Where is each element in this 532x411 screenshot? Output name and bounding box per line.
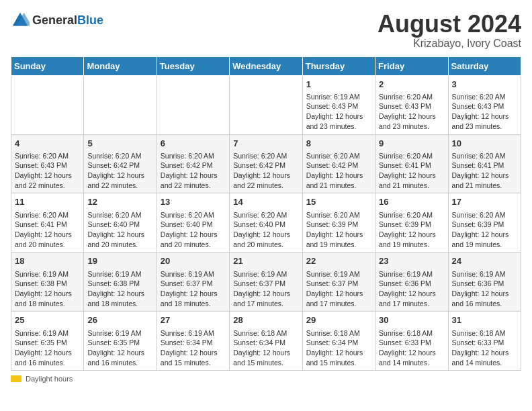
day-number: 19: [87, 255, 152, 267]
day-number: 31: [452, 314, 517, 326]
calendar-header-wednesday: Wednesday: [230, 56, 302, 75]
calendar-week-row: 18Sunrise: 6:19 AMSunset: 6:38 PMDayligh…: [11, 253, 521, 312]
calendar-cell: 8Sunrise: 6:20 AMSunset: 6:42 PMDaylight…: [302, 134, 375, 193]
day-number: 10: [452, 138, 517, 150]
logo-blue-text: Blue: [77, 14, 103, 26]
day-info: Sunrise: 6:20 AMSunset: 6:39 PMDaylight:…: [379, 210, 444, 250]
day-info: Sunrise: 6:19 AMSunset: 6:37 PMDaylight:…: [233, 269, 298, 309]
day-number: 17: [452, 196, 517, 208]
day-number: 7: [233, 138, 298, 150]
day-info: Sunrise: 6:18 AMSunset: 6:33 PMDaylight:…: [379, 328, 444, 368]
day-number: 21: [233, 255, 298, 267]
day-info: Sunrise: 6:20 AMSunset: 6:39 PMDaylight:…: [306, 210, 371, 250]
day-number: 20: [161, 255, 226, 267]
page-subtitle: Krizabayo, Ivory Coast: [378, 38, 521, 50]
calendar-header-friday: Friday: [375, 56, 448, 75]
calendar-cell: 26Sunrise: 6:19 AMSunset: 6:35 PMDayligh…: [84, 312, 157, 371]
daylight-bar-icon: [11, 375, 21, 382]
calendar-header-saturday: Saturday: [448, 56, 521, 75]
calendar-cell: [11, 75, 84, 134]
calendar-cell: 2Sunrise: 6:20 AMSunset: 6:43 PMDaylight…: [375, 75, 448, 134]
day-number: 16: [379, 196, 444, 208]
day-number: 22: [306, 255, 371, 267]
day-number: 1: [306, 79, 371, 91]
calendar-cell: 24Sunrise: 6:19 AMSunset: 6:36 PMDayligh…: [448, 253, 521, 312]
day-info: Sunrise: 6:20 AMSunset: 6:41 PMDaylight:…: [15, 210, 80, 250]
calendar-cell: 29Sunrise: 6:18 AMSunset: 6:34 PMDayligh…: [302, 312, 375, 371]
day-info: Sunrise: 6:20 AMSunset: 6:43 PMDaylight:…: [452, 92, 517, 132]
calendar-cell: 21Sunrise: 6:19 AMSunset: 6:37 PMDayligh…: [230, 253, 302, 312]
calendar-header-tuesday: Tuesday: [157, 56, 229, 75]
calendar-cell: 14Sunrise: 6:20 AMSunset: 6:40 PMDayligh…: [230, 193, 302, 253]
calendar-cell: 27Sunrise: 6:19 AMSunset: 6:34 PMDayligh…: [157, 312, 229, 371]
day-number: 26: [87, 314, 152, 326]
calendar-week-row: 25Sunrise: 6:19 AMSunset: 6:35 PMDayligh…: [11, 312, 521, 371]
calendar-cell: 23Sunrise: 6:19 AMSunset: 6:36 PMDayligh…: [375, 253, 448, 312]
day-info: Sunrise: 6:19 AMSunset: 6:37 PMDaylight:…: [306, 269, 371, 309]
day-number: 2: [379, 79, 444, 91]
calendar-header-thursday: Thursday: [302, 56, 375, 75]
calendar-header-row: SundayMondayTuesdayWednesdayThursdayFrid…: [11, 56, 521, 75]
day-number: 6: [161, 138, 226, 150]
day-info: Sunrise: 6:19 AMSunset: 6:43 PMDaylight:…: [306, 92, 371, 132]
calendar-cell: 1Sunrise: 6:19 AMSunset: 6:43 PMDaylight…: [302, 75, 375, 134]
calendar-cell: 25Sunrise: 6:19 AMSunset: 6:35 PMDayligh…: [11, 312, 84, 371]
calendar-header-sunday: Sunday: [11, 56, 84, 75]
day-info: Sunrise: 6:20 AMSunset: 6:43 PMDaylight:…: [15, 151, 80, 191]
day-info: Sunrise: 6:20 AMSunset: 6:42 PMDaylight:…: [306, 151, 371, 191]
calendar-week-row: 4Sunrise: 6:20 AMSunset: 6:43 PMDaylight…: [11, 134, 521, 193]
day-number: 3: [452, 79, 517, 91]
calendar-cell: 17Sunrise: 6:20 AMSunset: 6:39 PMDayligh…: [448, 193, 521, 253]
page-header: General Blue August 2024 Krizabayo, Ivor…: [11, 11, 521, 50]
day-info: Sunrise: 6:18 AMSunset: 6:34 PMDaylight:…: [233, 328, 298, 368]
day-number: 4: [15, 138, 80, 150]
day-info: Sunrise: 6:19 AMSunset: 6:38 PMDaylight:…: [87, 269, 152, 309]
calendar-cell: 7Sunrise: 6:20 AMSunset: 6:42 PMDaylight…: [230, 134, 302, 193]
calendar-cell: 12Sunrise: 6:20 AMSunset: 6:40 PMDayligh…: [84, 193, 157, 253]
calendar-table: SundayMondayTuesdayWednesdayThursdayFrid…: [11, 56, 521, 371]
calendar-cell: 31Sunrise: 6:18 AMSunset: 6:33 PMDayligh…: [448, 312, 521, 371]
calendar-week-row: 11Sunrise: 6:20 AMSunset: 6:41 PMDayligh…: [11, 193, 521, 253]
day-info: Sunrise: 6:19 AMSunset: 6:35 PMDaylight:…: [15, 328, 80, 368]
calendar-cell: 22Sunrise: 6:19 AMSunset: 6:37 PMDayligh…: [302, 253, 375, 312]
day-info: Sunrise: 6:20 AMSunset: 6:41 PMDaylight:…: [452, 151, 517, 191]
day-info: Sunrise: 6:20 AMSunset: 6:41 PMDaylight:…: [379, 151, 444, 191]
calendar-header-monday: Monday: [84, 56, 157, 75]
day-info: Sunrise: 6:19 AMSunset: 6:34 PMDaylight:…: [161, 328, 226, 368]
day-number: 28: [233, 314, 298, 326]
logo-icon: [11, 11, 30, 30]
title-section: August 2024 Krizabayo, Ivory Coast: [378, 11, 521, 50]
footer-note: Daylight hours: [11, 375, 521, 383]
day-number: 12: [87, 196, 152, 208]
day-info: Sunrise: 6:18 AMSunset: 6:34 PMDaylight:…: [306, 328, 371, 368]
day-number: 23: [379, 255, 444, 267]
day-number: 8: [306, 138, 371, 150]
calendar-cell: 18Sunrise: 6:19 AMSunset: 6:38 PMDayligh…: [11, 253, 84, 312]
daylight-label: Daylight hours: [26, 375, 73, 383]
day-info: Sunrise: 6:19 AMSunset: 6:36 PMDaylight:…: [452, 269, 517, 309]
day-info: Sunrise: 6:19 AMSunset: 6:36 PMDaylight:…: [379, 269, 444, 309]
day-number: 24: [452, 255, 517, 267]
calendar-cell: 28Sunrise: 6:18 AMSunset: 6:34 PMDayligh…: [230, 312, 302, 371]
calendar-cell: [230, 75, 302, 134]
day-number: 30: [379, 314, 444, 326]
day-number: 18: [15, 255, 80, 267]
day-number: 15: [306, 196, 371, 208]
calendar-cell: [84, 75, 157, 134]
day-info: Sunrise: 6:19 AMSunset: 6:37 PMDaylight:…: [161, 269, 226, 309]
calendar-cell: 15Sunrise: 6:20 AMSunset: 6:39 PMDayligh…: [302, 193, 375, 253]
day-number: 13: [161, 196, 226, 208]
day-info: Sunrise: 6:20 AMSunset: 6:42 PMDaylight:…: [161, 151, 226, 191]
day-number: 25: [15, 314, 80, 326]
day-info: Sunrise: 6:20 AMSunset: 6:40 PMDaylight:…: [233, 210, 298, 250]
calendar-cell: 30Sunrise: 6:18 AMSunset: 6:33 PMDayligh…: [375, 312, 448, 371]
day-number: 14: [233, 196, 298, 208]
day-number: 9: [379, 138, 444, 150]
calendar-cell: 6Sunrise: 6:20 AMSunset: 6:42 PMDaylight…: [157, 134, 229, 193]
day-info: Sunrise: 6:20 AMSunset: 6:43 PMDaylight:…: [379, 92, 444, 132]
day-number: 27: [161, 314, 226, 326]
day-info: Sunrise: 6:20 AMSunset: 6:39 PMDaylight:…: [452, 210, 517, 250]
calendar-cell: 16Sunrise: 6:20 AMSunset: 6:39 PMDayligh…: [375, 193, 448, 253]
calendar-cell: 13Sunrise: 6:20 AMSunset: 6:40 PMDayligh…: [157, 193, 229, 253]
day-info: Sunrise: 6:20 AMSunset: 6:40 PMDaylight:…: [87, 210, 152, 250]
